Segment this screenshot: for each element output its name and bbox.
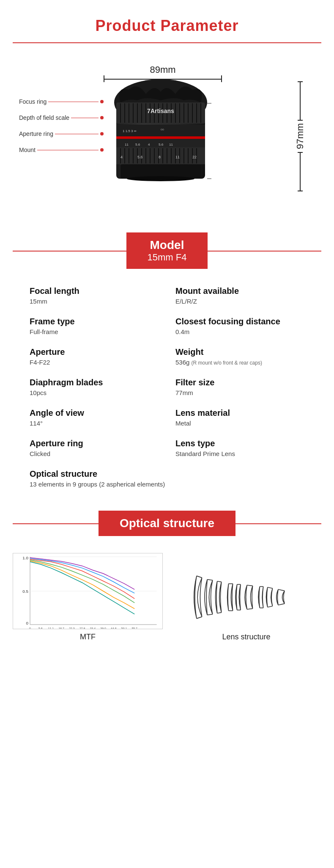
- spec-lens-type: Lens type Standard Prime Lens: [167, 433, 313, 463]
- svg-text:1 1.5  3  ∞: 1 1.5 3 ∞: [123, 129, 137, 133]
- spec-diaphragm: Diaphragm blades 10pcs: [21, 372, 167, 402]
- spec-lens-material: Lens material Metal: [167, 402, 313, 433]
- depth-scale-label: Depth of field scale: [19, 114, 104, 121]
- svg-text:39.0: 39.0: [100, 627, 106, 629]
- spec-angle-label: Angle of view: [30, 408, 163, 418]
- svg-line-91: [247, 585, 252, 586]
- spec-closest-focus-label: Closest focusing distance: [175, 317, 309, 326]
- spec-aperture-ring-value: Clicked: [30, 450, 163, 457]
- svg-text:44.6: 44.6: [111, 627, 117, 629]
- spec-filter-size: Filter size 77mm: [167, 372, 313, 402]
- svg-text:33.4: 33.4: [90, 627, 96, 629]
- svg-text:16.7: 16.7: [58, 627, 64, 629]
- lens-diagram: 89mm 97mm Focus ring Depth of field scal…: [19, 56, 315, 217]
- focus-ring-label: Focus ring: [19, 98, 104, 105]
- svg-text:4: 4: [148, 143, 150, 147]
- spec-frame-type-label: Frame type: [30, 317, 163, 326]
- spec-diaphragm-value: 10pcs: [30, 389, 163, 396]
- spec-weight-value: 536g (R mount w/o front & rear caps): [175, 359, 309, 366]
- lens-image: 1 1.5 3 ∞ oo 11 5.6 4 5.6 11: [95, 77, 226, 196]
- svg-line-95: [268, 587, 273, 589]
- spec-lens-type-value: Standard Prime Lens: [175, 450, 309, 457]
- svg-text:22: 22: [192, 155, 197, 159]
- spec-mount: Mount available E/L/R/Z: [167, 280, 313, 311]
- spec-aperture-ring-label: Aperture ring: [30, 439, 163, 448]
- spec-frame-type: Frame type Full-frame: [21, 311, 167, 341]
- svg-text:11: 11: [175, 155, 180, 159]
- svg-text:8: 8: [159, 155, 161, 159]
- svg-text:5.6: 5.6: [38, 627, 43, 629]
- spec-frame-type-value: Full-frame: [30, 328, 163, 335]
- spec-filter-label: Filter size: [175, 378, 309, 387]
- spec-focal-length-value: 15mm: [30, 298, 163, 305]
- svg-line-97: [278, 589, 285, 591]
- charts-area: 1.0 0.5 0 0 5.6 11.1 16.7 22.3 27.8 33.4…: [13, 553, 321, 641]
- svg-text:27.8: 27.8: [79, 627, 85, 629]
- svg-line-81: [197, 576, 202, 578]
- svg-line-98: [278, 604, 285, 605]
- svg-text:5.6: 5.6: [159, 143, 164, 147]
- svg-text:50.1: 50.1: [121, 627, 127, 629]
- model-title: Model: [148, 238, 187, 252]
- svg-text:11: 11: [125, 143, 129, 147]
- width-label: 89mm: [104, 64, 222, 75]
- spec-focal-length: Focal length 15mm: [21, 280, 167, 311]
- svg-text:0: 0: [29, 627, 31, 629]
- spec-optical-value: 13 elements in 9 groups (2 aspherical el…: [30, 481, 309, 488]
- mtf-label: MTF: [13, 633, 163, 641]
- svg-text:1.0: 1.0: [22, 556, 28, 560]
- spec-weight-note: (R mount w/o front & rear caps): [192, 360, 262, 366]
- svg-text:0.5: 0.5: [22, 589, 28, 594]
- lens-labels: Focus ring Depth of field scale Aperture…: [19, 98, 104, 163]
- svg-text:7Artisans: 7Artisans: [147, 108, 174, 114]
- page-title: Product Parameter: [0, 0, 334, 42]
- spec-focal-length-label: Focal length: [30, 286, 163, 296]
- specs-grid: Focal length 15mm Mount available E/L/R/…: [21, 280, 313, 494]
- lens-structure-container: Lens structure: [171, 565, 321, 641]
- svg-text:5.6: 5.6: [135, 143, 140, 147]
- svg-text:5.6: 5.6: [137, 155, 143, 159]
- spec-mount-value: E/L/R/Z: [175, 298, 309, 305]
- svg-text:11: 11: [169, 143, 173, 147]
- spec-aperture-value: F4-F22: [30, 359, 163, 366]
- svg-text:0: 0: [26, 621, 29, 625]
- spec-optical-structure: Optical structure 13 elements in 9 group…: [21, 463, 313, 494]
- spec-weight-label: Weight: [175, 347, 309, 357]
- optical-section: Optical structure: [0, 506, 334, 540]
- spec-diaphragm-label: Diaphragm blades: [30, 378, 163, 387]
- svg-line-92: [247, 608, 252, 609]
- spec-optical-label: Optical structure: [30, 469, 309, 479]
- lens-structure-label: Lens structure: [222, 633, 270, 641]
- spec-angle-of-view: Angle of view 114°: [21, 402, 167, 433]
- optical-box: Optical structure: [99, 511, 235, 536]
- svg-text:55.7: 55.7: [132, 627, 138, 629]
- optical-title: Optical structure: [120, 517, 214, 530]
- svg-point-59: [127, 176, 194, 181]
- spec-weight: Weight 536g (R mount w/o front & rear ca…: [167, 341, 313, 372]
- svg-line-82: [197, 617, 202, 619]
- svg-text:oo: oo: [161, 128, 164, 131]
- svg-line-83: [207, 580, 213, 581]
- svg-text:11.1: 11.1: [48, 627, 54, 629]
- spec-aperture: Aperture F4-F22: [21, 341, 167, 372]
- aperture-ring-label: Aperture ring: [19, 130, 104, 137]
- model-subtitle: 15mm F4: [148, 252, 187, 263]
- model-section: Model 15mm F4: [0, 234, 334, 268]
- spec-closest-focus: Closest focusing distance 0.4m: [167, 311, 313, 341]
- title-divider: [13, 42, 321, 43]
- mount-label: Mount: [19, 147, 104, 153]
- svg-line-84: [207, 614, 213, 615]
- spec-lens-type-label: Lens type: [175, 439, 309, 448]
- height-dimension: 97mm: [290, 81, 311, 191]
- svg-rect-26: [116, 136, 205, 139]
- spec-filter-value: 77mm: [175, 389, 309, 396]
- svg-line-85: [217, 581, 222, 582]
- svg-text:22.3: 22.3: [69, 627, 75, 629]
- svg-line-86: [217, 613, 222, 614]
- mtf-chart: 1.0 0.5 0 0 5.6 11.1 16.7 22.3 27.8 33.4…: [13, 553, 163, 629]
- mtf-chart-container: 1.0 0.5 0 0 5.6 11.1 16.7 22.3 27.8 33.4…: [13, 553, 163, 641]
- svg-text:4: 4: [120, 155, 123, 159]
- spec-aperture-label: Aperture: [30, 347, 163, 357]
- spec-angle-value: 114°: [30, 420, 163, 427]
- spec-aperture-ring: Aperture ring Clicked: [21, 433, 167, 463]
